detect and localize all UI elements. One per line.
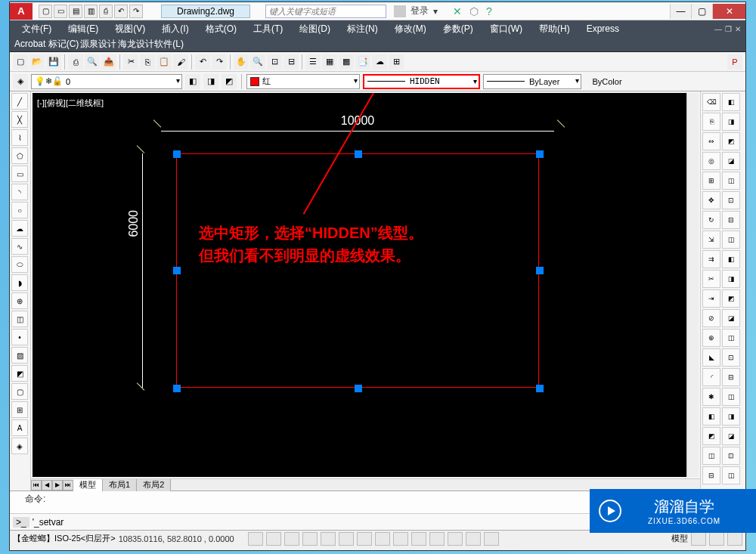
vertical-scrollbar[interactable] [686, 93, 699, 477]
layer-prev-icon[interactable]: ◨ [203, 74, 218, 89]
tool-icon[interactable]: ⊟ [702, 466, 720, 484]
matchprop-icon[interactable]: 🖌 [173, 54, 188, 70]
grip-icon[interactable] [173, 267, 181, 274]
menu-format[interactable]: 格式(O) [198, 21, 244, 37]
lwt-toggle[interactable] [411, 532, 426, 546]
layer-match-icon[interactable]: ◩ [222, 74, 237, 89]
menu-modify[interactable]: 修改(M) [387, 21, 434, 37]
polar-toggle[interactable] [302, 532, 318, 546]
print-icon[interactable]: ⎙ [68, 54, 83, 70]
tool-icon[interactable]: ◪ [722, 309, 740, 327]
selected-rectangle[interactable] [176, 153, 539, 388]
qat-undo-icon[interactable]: ↶ [114, 5, 128, 18]
move-icon[interactable]: ✥ [702, 191, 720, 209]
mirror-icon[interactable]: ⇔ [702, 132, 720, 150]
exchange-icon[interactable]: ✕ [453, 5, 462, 17]
offset-icon[interactable]: ◎ [702, 152, 720, 170]
minimize-button[interactable]: — [670, 4, 691, 19]
tab-last-button[interactable]: ⏭ [63, 480, 73, 491]
tab-model[interactable]: 模型 [73, 479, 103, 491]
menu-file[interactable]: 文件(F) [14, 21, 59, 37]
sc-toggle[interactable] [466, 532, 481, 546]
calc-icon[interactable]: ⊞ [389, 54, 404, 70]
hatch-icon[interactable]: ▨ [11, 347, 28, 364]
drawing-canvas[interactable]: [-][俯视][二维线框] 10000 6000 [33, 93, 699, 477]
linetype-dropdown[interactable]: HIDDEN ▾ [363, 74, 480, 89]
close-button[interactable]: ✕ [712, 4, 745, 19]
layer-dropdown[interactable]: 💡❄🔓 0 ▾ [31, 74, 182, 89]
tool-icon[interactable]: ◩ [722, 289, 740, 308]
stretch-icon[interactable]: ⇉ [702, 250, 720, 268]
array-icon[interactable]: ⊞ [702, 172, 720, 190]
dyn-toggle[interactable] [393, 532, 408, 546]
ducs-toggle[interactable] [375, 532, 390, 546]
login-area[interactable]: 登录 ▾ [394, 5, 438, 17]
3dosnap-toggle[interactable] [339, 532, 354, 546]
zoomprev-icon[interactable]: ⊟ [284, 54, 299, 70]
zoomwin-icon[interactable]: ⊡ [267, 54, 282, 70]
tool-icon[interactable]: ◪ [722, 152, 740, 170]
scale-icon[interactable]: ⇲ [702, 231, 720, 249]
grip-icon[interactable] [355, 385, 362, 392]
qat-redo-icon[interactable]: ↷ [129, 5, 143, 18]
tool-icon[interactable]: ⊟ [722, 368, 740, 386]
addselected-icon[interactable]: ◈ [11, 438, 28, 454]
tool-icon[interactable]: ◧ [722, 93, 740, 111]
tool-icon[interactable]: ⊡ [722, 191, 740, 209]
publish-icon[interactable]: 📤 [101, 54, 116, 70]
arc-icon[interactable]: ◝ [11, 184, 28, 200]
tool-icon[interactable]: ◨ [722, 407, 740, 426]
tab-layout2[interactable]: 布局2 [137, 479, 171, 491]
tool-icon[interactable]: ◫ [722, 172, 740, 190]
grip-icon[interactable] [536, 267, 544, 274]
copy-icon[interactable]: ⎘ [140, 54, 155, 70]
designcenter-icon[interactable]: ▦ [322, 54, 337, 70]
tool-icon[interactable]: ⊡ [722, 447, 740, 465]
tool-icon[interactable]: ◫ [722, 231, 740, 249]
fillet-icon[interactable]: ◜ [702, 368, 720, 386]
tool-icon[interactable]: ◪ [722, 427, 740, 445]
revcloud-icon[interactable]: ☁ [11, 220, 28, 237]
paste-icon[interactable]: 📋 [156, 54, 172, 70]
ellipsearc-icon[interactable]: ◗ [11, 274, 28, 291]
status-btn[interactable] [727, 532, 742, 546]
menu-hailong[interactable]: 海龙设计软件(L) [118, 38, 184, 51]
status-btn[interactable] [691, 532, 706, 546]
doc-close-button[interactable]: ✕ [735, 25, 741, 33]
toolpalettes-icon[interactable]: ▩ [339, 54, 354, 70]
insert-icon[interactable]: ⊕ [11, 292, 28, 309]
grid-toggle[interactable] [266, 532, 281, 546]
lineweight-dropdown[interactable]: ByLayer ▾ [483, 74, 581, 89]
menu-dimension[interactable]: 标注(N) [339, 21, 386, 37]
cut-icon[interactable]: ✂ [123, 54, 138, 70]
layer-prop-icon[interactable]: ◈ [13, 74, 28, 89]
table-icon[interactable]: ⊞ [11, 401, 28, 418]
qat-save-icon[interactable]: ▤ [69, 5, 82, 18]
menu-param[interactable]: 参数(P) [435, 21, 481, 37]
grip-icon[interactable] [536, 385, 544, 392]
region-icon[interactable]: ▢ [11, 383, 28, 400]
tool-icon[interactable]: ◫ [702, 447, 720, 465]
tool-icon[interactable]: ◨ [722, 270, 740, 288]
menu-acrobat[interactable]: Acrobat 标记(C) [14, 38, 79, 51]
rectangle-icon[interactable]: ▭ [11, 166, 28, 182]
rotate-icon[interactable]: ↻ [702, 211, 720, 229]
copy-icon[interactable]: ⎘ [702, 113, 720, 131]
pan-icon[interactable]: ✋ [234, 54, 249, 70]
viewport-label[interactable]: [-][俯视][二维线框] [37, 97, 104, 109]
snap-toggle[interactable] [248, 532, 263, 546]
menu-tools[interactable]: 工具(T) [246, 21, 290, 37]
block-icon[interactable]: ◫ [11, 311, 28, 327]
point-icon[interactable]: • [11, 329, 28, 345]
tool-icon[interactable]: ◫ [722, 388, 740, 406]
menu-view[interactable]: 视图(V) [107, 21, 153, 37]
tab-first-button[interactable]: ⏮ [31, 480, 42, 491]
gradient-icon[interactable]: ◩ [11, 365, 28, 382]
qp-toggle[interactable] [448, 532, 463, 546]
color-dropdown[interactable]: 红 ▾ [246, 74, 360, 89]
ellipse-icon[interactable]: ⬭ [11, 256, 28, 273]
tab-next-button[interactable]: ▶ [52, 480, 63, 491]
model-space-label[interactable]: 模型 [671, 533, 688, 544]
xline-icon[interactable]: ╳ [11, 111, 28, 128]
menu-insert[interactable]: 插入(I) [154, 21, 196, 37]
